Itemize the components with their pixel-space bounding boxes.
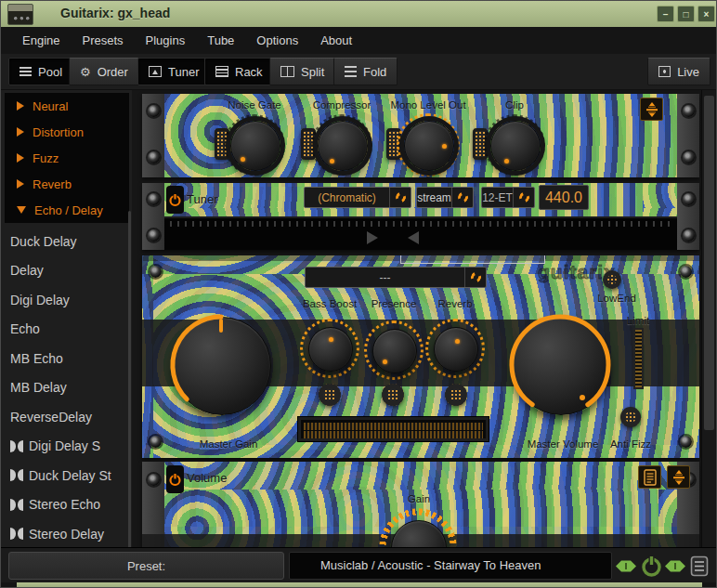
presence-knob[interactable] bbox=[372, 329, 417, 373]
sidebar-scrollbar[interactable] bbox=[128, 211, 131, 588]
close-button[interactable]: × bbox=[697, 6, 715, 22]
fold-icon bbox=[345, 66, 357, 77]
menu-about[interactable]: About bbox=[310, 30, 362, 51]
cycle-button[interactable] bbox=[513, 188, 534, 207]
chevron-right-icon bbox=[17, 127, 24, 137]
pool-label: Pool bbox=[38, 65, 62, 79]
preset-button[interactable]: Preset: bbox=[8, 552, 284, 580]
list-item[interactable]: MB Echo bbox=[1, 344, 131, 373]
lowend-switch[interactable] bbox=[603, 270, 621, 289]
presence-switch[interactable] bbox=[382, 384, 404, 406]
split-label: Split bbox=[301, 65, 324, 79]
rack-button[interactable]: Rack bbox=[204, 58, 274, 85]
rack-scrollbar[interactable] bbox=[701, 90, 715, 547]
channel-select[interactable]: stream bbox=[416, 187, 474, 208]
sidebar-category-reverb[interactable]: Reverb bbox=[5, 171, 129, 197]
sidebar-category-fuzz[interactable]: Fuzz bbox=[5, 145, 129, 171]
list-item[interactable]: ReverseDelay bbox=[1, 402, 131, 432]
list-item[interactable]: Stereo Delay bbox=[1, 519, 131, 547]
clip-knob[interactable] bbox=[490, 121, 541, 171]
screw bbox=[150, 436, 162, 448]
resize-strip-bar bbox=[17, 582, 702, 588]
cycle-icon bbox=[394, 190, 408, 204]
tuner-power-button[interactable] bbox=[166, 186, 184, 214]
volume-power-button[interactable] bbox=[166, 465, 184, 493]
menu-engine[interactable]: Engine bbox=[12, 30, 70, 51]
list-item[interactable]: Digi Delay bbox=[1, 285, 131, 315]
noise-gate-knob[interactable] bbox=[230, 121, 280, 171]
rack-scrollbar-thumb[interactable] bbox=[704, 96, 714, 430]
tuner-button[interactable]: Tuner bbox=[137, 58, 210, 85]
document-icon bbox=[644, 469, 657, 486]
menu-presets[interactable]: Presets bbox=[72, 30, 133, 51]
compressor-knob[interactable] bbox=[318, 121, 368, 171]
limit-meter bbox=[633, 328, 644, 389]
reverb-switch[interactable] bbox=[445, 384, 467, 406]
split-button[interactable]: Split bbox=[269, 58, 335, 85]
minimize-button[interactable]: – bbox=[657, 6, 674, 22]
ir-select[interactable]: --- bbox=[305, 267, 487, 288]
list-item[interactable]: Digi Delay S bbox=[1, 432, 131, 462]
pool-button[interactable]: Pool bbox=[8, 58, 73, 85]
cycle-button[interactable] bbox=[464, 268, 486, 287]
maximize-button[interactable]: □ bbox=[677, 6, 695, 22]
live-button[interactable]: Live bbox=[647, 58, 710, 85]
menu-tube[interactable]: Tube bbox=[197, 30, 244, 51]
engine-power-button[interactable] bbox=[640, 555, 663, 578]
tuner-scale-ticks bbox=[170, 221, 671, 227]
titlebar[interactable]: Guitarix: gx_head – □ × bbox=[1, 1, 717, 27]
collapse-unit-button[interactable] bbox=[640, 98, 663, 121]
cycle-button[interactable] bbox=[389, 188, 411, 207]
plugin-label: Stereo Echo bbox=[29, 497, 100, 512]
screw bbox=[150, 266, 162, 278]
sidebar-category-neural[interactable]: Neural bbox=[5, 93, 129, 119]
sidebar-category-echo-delay[interactable]: Echo / Delay bbox=[5, 197, 129, 223]
tuning-mode-value: (Chromatic) bbox=[305, 191, 389, 204]
app-icon bbox=[7, 4, 33, 25]
presets-button[interactable] bbox=[638, 465, 661, 489]
chevron-right-icon bbox=[17, 153, 24, 163]
unit-title: Volume bbox=[187, 471, 227, 485]
power-icon bbox=[168, 473, 182, 487]
list-item[interactable]: Delay bbox=[1, 256, 131, 286]
order-label: Order bbox=[98, 65, 128, 79]
order-button[interactable]: ⚙ Order bbox=[69, 58, 139, 85]
tuning-mode-select[interactable]: (Chromatic) bbox=[304, 187, 411, 208]
list-item[interactable]: Stereo Echo bbox=[1, 490, 131, 520]
cycle-button[interactable] bbox=[451, 188, 473, 207]
category-label: Distortion bbox=[33, 125, 84, 139]
live-icon bbox=[658, 66, 671, 77]
reference-pitch-spinbox[interactable]: 440.0 bbox=[539, 185, 589, 210]
mono-level-out-knob[interactable] bbox=[404, 121, 454, 171]
temperament-select[interactable]: 12-ET bbox=[481, 187, 535, 208]
screw bbox=[680, 436, 692, 448]
master-gain-arc bbox=[167, 311, 275, 419]
reverb-knob[interactable] bbox=[434, 327, 478, 372]
sidebar-category-distortion[interactable]: Distortion bbox=[5, 119, 129, 145]
unit-title: Tuner bbox=[187, 192, 217, 206]
list-item[interactable]: Echo bbox=[1, 315, 131, 345]
list-item[interactable]: Duck Delay bbox=[1, 227, 131, 256]
statusbar: Preset: Musiclab / Acoustic - Stairway T… bbox=[1, 547, 717, 582]
toolbar: Pool ⚙ Order Tuner Rack Split Fold Live bbox=[1, 54, 717, 90]
preset-display[interactable]: Musiclab / Acoustic - Stairway To Heaven bbox=[289, 552, 612, 580]
power-icon bbox=[168, 193, 182, 207]
bass-boost-knob[interactable] bbox=[308, 327, 353, 372]
knob-label: Reverb bbox=[404, 298, 506, 309]
tuner-arrow-right-icon bbox=[367, 231, 378, 244]
anti-fizz-switch[interactable] bbox=[620, 407, 641, 427]
plugin-label: Duck Delay St bbox=[29, 468, 111, 483]
fold-button[interactable]: Fold bbox=[333, 58, 398, 85]
plugin-label: MB Delay bbox=[10, 380, 67, 395]
list-item[interactable]: MB Delay bbox=[1, 373, 131, 403]
collapse-unit-button[interactable] bbox=[667, 465, 690, 489]
log-window-button[interactable] bbox=[690, 555, 709, 577]
bass-boost-switch[interactable] bbox=[319, 384, 341, 406]
window-resize-strip[interactable] bbox=[1, 582, 717, 588]
list-item[interactable]: Duck Delay St bbox=[1, 461, 131, 490]
menu-options[interactable]: Options bbox=[246, 30, 308, 51]
menu-plugins[interactable]: Plugins bbox=[136, 30, 196, 51]
cycle-icon bbox=[456, 190, 470, 204]
category-label: Neural bbox=[33, 99, 68, 113]
screw bbox=[683, 151, 695, 163]
